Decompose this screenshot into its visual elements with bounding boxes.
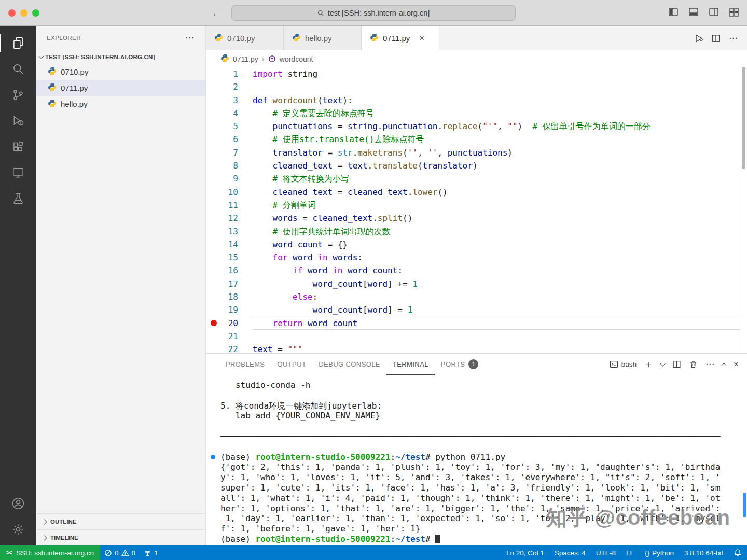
- notifications-bell[interactable]: [728, 549, 747, 557]
- tab-hello[interactable]: hello.py: [284, 26, 362, 50]
- panel-tab-terminal[interactable]: TERMINAL: [386, 354, 435, 375]
- new-terminal-icon[interactable]: ＋: [644, 360, 653, 369]
- breakpoint-gutter[interactable]: [206, 172, 222, 185]
- workspace-section-header[interactable]: TEST [SSH: SSH.INTERN-AI.ORG.CN]: [36, 50, 205, 64]
- toggle-panel-icon[interactable]: [688, 6, 699, 18]
- breakpoint-gutter[interactable]: [206, 277, 222, 290]
- code-line-4[interactable]: 4 # 定义需要去除的标点符号: [206, 107, 747, 120]
- breakpoint-gutter[interactable]: [206, 80, 222, 93]
- back-arrow-icon[interactable]: ←: [209, 5, 225, 21]
- code-editor[interactable]: 1import string23def wordcount(text):4 # …: [206, 67, 747, 353]
- code-line-22[interactable]: 22text = """: [206, 343, 747, 353]
- code-line-12[interactable]: 12 words = cleaned_text.split(): [206, 212, 747, 225]
- minimize-window-button[interactable]: [20, 9, 27, 17]
- outline-section-header[interactable]: OUTLINE: [36, 513, 205, 529]
- breakpoint-gutter[interactable]: [206, 107, 222, 120]
- breakpoint-gutter[interactable]: [206, 251, 222, 264]
- code-line-15[interactable]: 15 for word in words:: [206, 251, 747, 264]
- eol-status[interactable]: LF: [621, 549, 640, 557]
- code-line-8[interactable]: 8 cleaned_text = text.translate(translat…: [206, 159, 747, 172]
- code-line-20[interactable]: 20 return word_count: [206, 317, 747, 330]
- code-line-5[interactable]: 5 punctuations = string.punctuation.repl…: [206, 120, 747, 133]
- panel-more-actions-icon[interactable]: ⋯: [706, 360, 714, 369]
- tab-0711[interactable]: 0711.py ×: [362, 26, 439, 50]
- maximize-panel-icon[interactable]: [722, 363, 727, 368]
- code-line-17[interactable]: 17 word_count[word] += 1: [206, 277, 747, 290]
- code-line-3[interactable]: 3def wordcount(text):: [206, 94, 747, 107]
- panel-tab-output[interactable]: OUTPUT: [271, 354, 312, 375]
- file-item-0711[interactable]: 0711.py: [36, 80, 205, 96]
- encoding-status[interactable]: UTF-8: [591, 549, 621, 557]
- breadcrumb-file[interactable]: 0711.py: [233, 55, 258, 63]
- split-editor-icon[interactable]: [711, 34, 721, 43]
- breakpoint-dot[interactable]: [211, 320, 217, 326]
- breakpoint-gutter[interactable]: [206, 343, 222, 353]
- breakpoint-gutter[interactable]: [206, 212, 222, 225]
- language-mode-status[interactable]: {} Python: [640, 549, 679, 557]
- remote-indicator[interactable]: >< SSH: ssh.intern-ai.org.cn: [0, 545, 100, 560]
- breakpoint-gutter[interactable]: [206, 94, 222, 107]
- breakpoint-gutter[interactable]: [206, 225, 222, 238]
- code-line-10[interactable]: 10 cleaned_text = cleaned_text.lower(): [206, 186, 747, 199]
- code-line-14[interactable]: 14 word_count = {}: [206, 238, 747, 251]
- breakpoint-gutter[interactable]: [206, 146, 222, 159]
- breakpoint-gutter[interactable]: [206, 303, 222, 316]
- timeline-section-header[interactable]: TIMELINE: [36, 529, 205, 545]
- breakpoint-gutter[interactable]: [206, 159, 222, 172]
- editor-scrollbar-thumb[interactable]: [742, 67, 745, 169]
- breakpoint-gutter[interactable]: [206, 199, 222, 212]
- file-item-0710[interactable]: 0710.py: [36, 64, 205, 80]
- panel-tab-problems[interactable]: PROBLEMS: [219, 354, 271, 375]
- panel-tab-ports[interactable]: PORTS 1: [435, 354, 485, 375]
- indentation-status[interactable]: Spaces: 4: [549, 549, 591, 557]
- breadcrumb-symbol[interactable]: wordcount: [280, 55, 313, 63]
- customize-layout-icon[interactable]: [728, 6, 740, 18]
- panel-tab-debug-console[interactable]: DEBUG CONSOLE: [312, 354, 386, 375]
- kill-terminal-trash-icon[interactable]: [689, 360, 698, 369]
- cursor-position-status[interactable]: Ln 20, Col 1: [501, 549, 549, 557]
- breakpoint-gutter[interactable]: [206, 238, 222, 251]
- breakpoint-gutter[interactable]: [206, 317, 222, 330]
- zoom-window-button[interactable]: [32, 9, 39, 17]
- close-tab-icon[interactable]: ×: [419, 33, 424, 44]
- breakpoint-gutter[interactable]: [206, 133, 222, 146]
- close-panel-icon[interactable]: ×: [734, 360, 739, 369]
- code-line-7[interactable]: 7 translator = str.maketrans('', '', pun…: [206, 146, 747, 159]
- code-line-19[interactable]: 19 word_count[word] = 1: [206, 303, 747, 316]
- file-item-hello[interactable]: hello.py: [36, 96, 205, 112]
- code-line-13[interactable]: 13 # 使用字典统计单词出现的次数: [206, 225, 747, 238]
- command-center-search[interactable]: test [SSH: ssh.intern-ai.org.cn]: [231, 5, 516, 21]
- activity-search-icon[interactable]: [0, 56, 36, 82]
- python-interpreter-status[interactable]: 3.8.10 64-bit: [679, 549, 728, 557]
- problems-status[interactable]: 0 0: [100, 545, 140, 560]
- terminal-dropdown-icon[interactable]: [660, 361, 666, 366]
- breakpoint-gutter[interactable]: [206, 264, 222, 277]
- editor-more-actions-icon[interactable]: ⋯: [729, 34, 738, 43]
- editor-scrollbar[interactable]: [740, 67, 747, 353]
- split-terminal-icon[interactable]: [672, 360, 681, 369]
- breakpoint-gutter[interactable]: [206, 330, 222, 343]
- code-line-6[interactable]: 6 # 使用str.translate()去除标点符号: [206, 133, 747, 146]
- code-line-1[interactable]: 1import string: [206, 67, 747, 80]
- terminal-shell-selector[interactable]: bash: [610, 360, 637, 369]
- terminal-view[interactable]: studio-conda -h5. 将conda环境一键添加到jupyterla…: [206, 375, 747, 545]
- activity-remote-explorer-icon[interactable]: [0, 160, 36, 186]
- settings-gear-icon[interactable]: [0, 516, 36, 542]
- tab-0710[interactable]: 0710.py: [206, 26, 284, 50]
- forwarded-ports-status[interactable]: 1: [140, 545, 162, 560]
- activity-explorer-icon[interactable]: [0, 30, 36, 56]
- breakpoint-gutter[interactable]: [206, 67, 222, 80]
- toggle-primary-sidebar-icon[interactable]: [668, 6, 679, 18]
- activity-source-control-icon[interactable]: [0, 82, 36, 108]
- breakpoint-gutter[interactable]: [206, 120, 222, 133]
- terminal-scrollbar-thumb[interactable]: [743, 493, 746, 517]
- command-decoration-dot[interactable]: [211, 455, 215, 459]
- breakpoint-gutter[interactable]: [206, 186, 222, 199]
- toggle-secondary-sidebar-icon[interactable]: [708, 6, 720, 18]
- accounts-icon[interactable]: [0, 491, 36, 516]
- code-line-9[interactable]: 9 # 将文本转换为小写: [206, 172, 747, 185]
- activity-testing-icon[interactable]: [0, 186, 36, 212]
- close-window-button[interactable]: [8, 9, 16, 17]
- code-line-2[interactable]: 2: [206, 80, 747, 93]
- explorer-actions-icon[interactable]: ⋯: [185, 32, 195, 44]
